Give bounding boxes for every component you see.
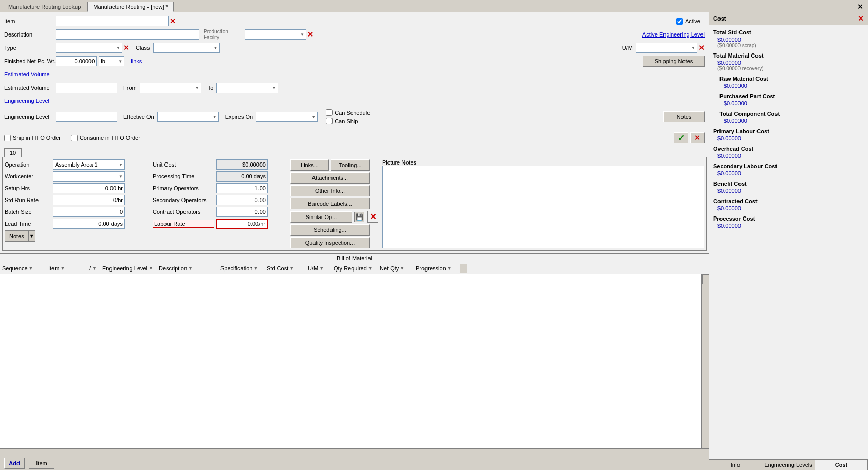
confirm-ok-button[interactable]: ✓ xyxy=(674,132,688,143)
bom-col-slash[interactable]: / ▼ xyxy=(87,264,100,273)
tab-cost[interactable]: Cost xyxy=(815,460,868,470)
can-ship-checkbox[interactable] xyxy=(326,118,333,124)
batch-size-input[interactable] xyxy=(53,207,125,217)
secondary-operators-input[interactable] xyxy=(216,195,268,205)
bom-col-specification[interactable]: Specification ▼ xyxy=(218,264,265,273)
setup-hrs-label: Setup Hrs xyxy=(5,185,51,191)
primary-operators-input[interactable] xyxy=(216,183,268,193)
overhead-cost-section: Overhead Cost $0.00000 xyxy=(713,146,864,159)
bom-col-std-cost[interactable]: Std Cost ▼ xyxy=(265,264,306,273)
labour-rate-input[interactable] xyxy=(216,219,268,229)
notes-button[interactable]: Notes xyxy=(5,230,28,242)
bom-col-qty-required[interactable]: Qty Required ▼ xyxy=(331,264,378,273)
bom-col-eng-level[interactable]: Engineering Level ▼ xyxy=(100,264,157,273)
estimated-volume-input[interactable] xyxy=(56,83,117,93)
to-dropdown[interactable]: ▼ xyxy=(216,83,278,93)
bom-col-progression[interactable]: Progression ▼ xyxy=(414,264,460,273)
active-checkbox[interactable] xyxy=(676,18,683,25)
operation-dropdown[interactable]: Assembly Area 1▼ xyxy=(53,159,125,170)
engineering-level-section-label[interactable]: Engineering Level xyxy=(4,98,49,104)
barcode-labels-button[interactable]: Barcode Labels... xyxy=(290,198,370,209)
engineering-level-input[interactable] xyxy=(56,112,117,122)
um-dropdown[interactable]: ▼ xyxy=(636,43,697,53)
overhead-cost-label: Overhead Cost xyxy=(713,146,864,152)
bom-scrollbar[interactable] xyxy=(701,274,709,448)
quality-inspection-button[interactable]: Quality Inspection... xyxy=(290,237,370,248)
type-clear[interactable]: ✕ xyxy=(123,44,130,52)
bom-col-item[interactable]: Item ▼ xyxy=(46,264,87,273)
item-clear-icon[interactable]: ✕ xyxy=(170,17,176,25)
finished-net-input[interactable] xyxy=(56,56,97,66)
processor-cost-value: $0.00000 xyxy=(717,223,864,229)
other-info-button[interactable]: Other Info... xyxy=(290,185,370,196)
bom-col-sequence[interactable]: Sequence ▼ xyxy=(0,264,46,273)
window-close-icon[interactable]: ✕ xyxy=(857,3,863,11)
effective-on-dropdown[interactable]: ▼ xyxy=(157,112,219,122)
weight-unit-dropdown[interactable]: lb▼ xyxy=(99,56,124,66)
processor-cost-label: Processor Cost xyxy=(713,215,864,222)
std-run-rate-input[interactable] xyxy=(53,195,125,205)
confirm-cancel-button[interactable]: ✕ xyxy=(690,132,705,143)
picture-notes-textarea[interactable] xyxy=(382,166,704,248)
total-material-cost-label: Total Material Cost xyxy=(713,52,864,59)
total-component-cost-value: $0.00000 xyxy=(724,118,864,124)
bom-col-um[interactable]: U/M ▼ xyxy=(306,264,331,273)
bom-col-description[interactable]: Description ▼ xyxy=(157,264,218,273)
save-icon-button[interactable]: 💾 xyxy=(354,212,364,222)
item-input[interactable] xyxy=(56,16,169,26)
consume-fifo-label: Consume in FIFO Order xyxy=(80,135,140,141)
cost-panel-close-icon[interactable]: ✕ xyxy=(858,14,864,23)
add-button[interactable]: Add xyxy=(4,458,25,469)
bom-col-net-qty[interactable]: Net Qty ▼ xyxy=(378,264,414,273)
can-schedule-checkbox[interactable] xyxy=(326,109,333,116)
production-facility-clear[interactable]: ✕ xyxy=(307,30,313,39)
consume-fifo-checkbox[interactable] xyxy=(71,135,78,141)
contract-operators-label: Contract Operators xyxy=(153,209,214,215)
tooling-button[interactable]: Tooling... xyxy=(331,159,370,171)
cost-panel-title: Cost xyxy=(713,15,726,22)
shipping-notes-button[interactable]: Shipping Notes xyxy=(643,56,705,67)
raw-material-cost-value: $0.00000 xyxy=(724,83,864,89)
delete-op-icon[interactable]: ✕ xyxy=(367,211,378,223)
raw-material-cost-label: Raw Material Cost xyxy=(719,76,864,82)
attachments-button[interactable]: Attachments... xyxy=(290,172,370,184)
workcenter-dropdown[interactable]: ▼ xyxy=(53,171,125,182)
bottom-bar: Add Item xyxy=(0,456,709,470)
tab-new[interactable]: Manufacture Routing - [new] * xyxy=(87,2,174,12)
estimated-volume-section-label[interactable]: Estimated Volume xyxy=(4,71,50,77)
unit-cost-input xyxy=(216,159,268,170)
lead-time-input[interactable] xyxy=(53,219,125,229)
to-label: To xyxy=(208,85,214,91)
class-dropdown[interactable]: ▼ xyxy=(153,43,220,53)
total-component-cost-label: Total Component Cost xyxy=(719,111,864,117)
expires-on-label: Expires On xyxy=(225,114,253,120)
purchased-part-cost-label: Purchased Part Cost xyxy=(719,93,864,99)
tab-engineering-levels[interactable]: Engineering Levels xyxy=(762,460,815,470)
operation-tab-10[interactable]: 10 xyxy=(4,148,22,157)
active-engineering-level-link[interactable]: Active Engineering Level xyxy=(642,31,705,38)
from-dropdown[interactable]: ▼ xyxy=(140,83,201,93)
notes-dropdown-button[interactable]: ▼ xyxy=(28,230,35,242)
bom-header: Sequence ▼ Item ▼ / ▼ Engineering Level … xyxy=(0,263,709,274)
contract-operators-input[interactable] xyxy=(216,207,268,217)
type-dropdown[interactable]: ▼ xyxy=(56,43,122,53)
processor-cost-section: Processor Cost $0.00000 xyxy=(713,215,864,229)
expires-on-dropdown[interactable]: ▼ xyxy=(256,112,318,122)
tab-info[interactable]: Info xyxy=(709,460,762,470)
description-input[interactable] xyxy=(56,29,199,40)
lead-time-label: Lead Time xyxy=(5,221,51,227)
notes-header-button[interactable]: Notes xyxy=(663,111,705,122)
ship-fifo-checkbox[interactable] xyxy=(4,135,11,141)
links-button[interactable]: Links... xyxy=(290,159,329,171)
um-clear[interactable]: ✕ xyxy=(698,44,705,52)
primary-labour-cost-label: Primary Labour Cost xyxy=(713,128,864,134)
links-link[interactable]: links xyxy=(131,58,142,64)
setup-hrs-input[interactable] xyxy=(53,183,125,193)
scheduling-button[interactable]: Scheduling... xyxy=(290,224,370,236)
item-button[interactable]: Item xyxy=(29,458,54,469)
total-material-cost-value: $0.00000 xyxy=(717,60,864,66)
total-std-cost-scrap: ($0.00000 scrap) xyxy=(717,43,864,48)
similar-op-button[interactable]: Similar Op... xyxy=(290,211,352,223)
tab-lookup[interactable]: Manufacture Routing Lookup xyxy=(3,2,86,12)
production-facility-dropdown[interactable]: ▼ xyxy=(245,29,306,40)
